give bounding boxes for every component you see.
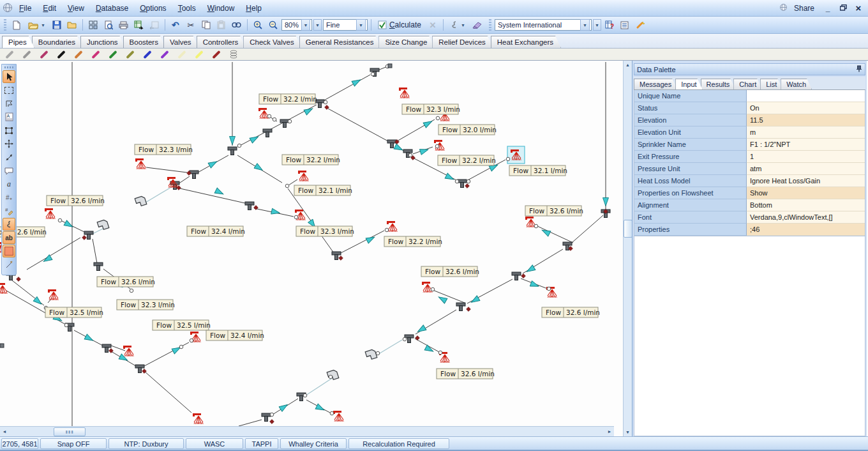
flow-label[interactable]: Flow32.2 l/min bbox=[259, 94, 317, 104]
script-overlay-tool-button[interactable] bbox=[3, 218, 15, 231]
close-folder-button[interactable] bbox=[65, 18, 79, 32]
pen-color-swatch[interactable] bbox=[177, 50, 186, 59]
print-button[interactable] bbox=[117, 18, 131, 32]
zoom-level-combo[interactable]: 80%▼ bbox=[281, 19, 312, 31]
anchor-tool-button[interactable]: #● bbox=[3, 191, 15, 204]
elbow-junction-icon[interactable] bbox=[135, 195, 147, 207]
node-icon[interactable] bbox=[506, 157, 510, 161]
sprinkler-icon[interactable] bbox=[298, 171, 308, 181]
menu-view[interactable]: View bbox=[63, 2, 89, 15]
quality-combo[interactable]: Fine▼ bbox=[323, 19, 368, 31]
menu-file[interactable]: File bbox=[14, 2, 36, 15]
find-button[interactable] bbox=[230, 18, 244, 32]
elbow-junction-icon[interactable] bbox=[365, 349, 377, 360]
flow-label[interactable]: Flow32.2 l/min bbox=[384, 236, 442, 247]
whalley-criteria-status[interactable]: Whalley Criteria bbox=[280, 438, 347, 449]
toolstrip-grip[interactable] bbox=[4, 66, 13, 68]
minimize-button[interactable]: _ bbox=[821, 4, 835, 13]
move-tool-button[interactable] bbox=[3, 137, 15, 150]
node-icon[interactable] bbox=[270, 413, 274, 417]
sprinkler-icon[interactable] bbox=[123, 346, 133, 356]
vertical-scrollbar[interactable]: ▲ ▼ bbox=[623, 61, 632, 436]
toolbar-grip[interactable] bbox=[4, 19, 6, 31]
workspace-layout-button[interactable] bbox=[86, 18, 100, 32]
pipe-segment[interactable] bbox=[323, 75, 370, 101]
pipe-segment-light[interactable] bbox=[377, 340, 402, 355]
vertical-scroll-thumb[interactable] bbox=[624, 220, 632, 238]
zoom-fit-dropdown[interactable]: ▼ bbox=[313, 19, 322, 31]
select-tool-button[interactable] bbox=[3, 70, 15, 83]
export-button[interactable] bbox=[132, 18, 146, 32]
pen-color-swatch[interactable] bbox=[57, 50, 66, 59]
pipe-segment[interactable] bbox=[178, 176, 190, 184]
scroll-left-icon[interactable]: ◄ bbox=[0, 427, 9, 436]
tappi-status[interactable]: TAPPI bbox=[245, 438, 278, 449]
menu-database[interactable]: Database bbox=[91, 2, 133, 15]
node-icon[interactable] bbox=[237, 144, 241, 148]
tab-input[interactable]: Input bbox=[675, 79, 702, 89]
tee-junction-icon[interactable] bbox=[512, 272, 521, 280]
pipe-segment-light[interactable] bbox=[146, 187, 172, 203]
tee-junction-icon[interactable] bbox=[263, 129, 272, 137]
zoom-in-button[interactable] bbox=[251, 18, 265, 32]
node-icon[interactable] bbox=[294, 215, 298, 219]
chevron-down-icon[interactable]: ▼ bbox=[356, 19, 366, 31]
pen-color-swatch[interactable] bbox=[212, 50, 221, 59]
pen-color-swatch[interactable] bbox=[40, 50, 49, 59]
pipe-segment[interactable] bbox=[433, 290, 465, 303]
flow-label[interactable]: Flow32.5 l/min bbox=[153, 320, 211, 330]
chevron-down-icon[interactable]: ▼ bbox=[301, 19, 310, 31]
frame-tool-button[interactable] bbox=[3, 124, 15, 137]
tee-junction-icon[interactable] bbox=[262, 413, 271, 422]
data-palette-header[interactable]: Data Palette bbox=[634, 63, 865, 75]
coil-icon[interactable] bbox=[229, 49, 238, 59]
node-icon[interactable] bbox=[303, 394, 307, 397]
pen-color-swatch[interactable] bbox=[160, 50, 169, 59]
unit-help-button[interactable]: ? bbox=[602, 18, 617, 32]
tab-junctions[interactable]: Junctions bbox=[80, 36, 126, 48]
flow-label[interactable]: Flow32.6 l/min bbox=[421, 266, 479, 277]
tab-messages[interactable]: Messages bbox=[634, 79, 677, 89]
calculate-button[interactable]: Calculate bbox=[375, 18, 424, 32]
node-icon[interactable] bbox=[179, 345, 183, 349]
wand-button[interactable] bbox=[633, 18, 647, 32]
node-icon[interactable] bbox=[455, 180, 459, 183]
flow-label[interactable]: Flow32.5 l/min bbox=[45, 307, 103, 317]
flow-label[interactable]: Flow32.3 l/min bbox=[135, 144, 193, 155]
pipe-segment[interactable] bbox=[180, 188, 245, 203]
sprinkler-icon[interactable] bbox=[258, 108, 269, 119]
sprinkler-icon[interactable] bbox=[0, 283, 7, 294]
node-icon[interactable] bbox=[330, 411, 334, 415]
sprinkler-icon[interactable] bbox=[193, 413, 203, 424]
sprinkler-icon[interactable] bbox=[422, 282, 432, 293]
tee-junction-icon[interactable] bbox=[228, 147, 237, 155]
node-icon[interactable] bbox=[547, 287, 551, 291]
pen-color-swatch[interactable] bbox=[74, 50, 83, 59]
tee-junction-icon[interactable] bbox=[245, 202, 254, 210]
pipe-segment[interactable] bbox=[111, 346, 125, 351]
chevron-down-icon[interactable]: ▼ bbox=[580, 19, 590, 31]
text-tool-button[interactable]: a bbox=[3, 178, 15, 190]
pipe-segment[interactable] bbox=[93, 239, 97, 263]
pipe-segment[interactable] bbox=[239, 420, 262, 426]
tab-list[interactable]: List bbox=[760, 79, 782, 89]
node-icon[interactable] bbox=[431, 287, 435, 291]
menu-help[interactable]: Help bbox=[241, 2, 267, 15]
label-pen-tool-button[interactable]: # bbox=[3, 204, 15, 217]
horizontal-scrollbar[interactable]: ◄ ▮▮▮ ► bbox=[0, 426, 614, 436]
save-button[interactable] bbox=[50, 18, 64, 32]
tab-pipes[interactable]: Pipes bbox=[2, 36, 34, 48]
node-icon[interactable] bbox=[58, 218, 62, 222]
pipe-segment-light[interactable] bbox=[306, 376, 335, 395]
tab-check-valves[interactable]: Check Valves bbox=[243, 36, 301, 48]
pipe-segment[interactable] bbox=[572, 215, 603, 242]
pen-color-swatch[interactable] bbox=[22, 50, 31, 59]
lasso-tool-button[interactable] bbox=[3, 97, 15, 110]
node-icon[interactable] bbox=[436, 116, 440, 120]
node-icon[interactable] bbox=[376, 351, 380, 355]
tab-relief-devices[interactable]: Relief Devices bbox=[432, 36, 493, 48]
comment-tool-button[interactable] bbox=[3, 164, 15, 177]
annotation-tool-button[interactable]: A bbox=[3, 111, 15, 123]
open-file-button[interactable]: ▼ bbox=[25, 18, 49, 32]
flow-label[interactable]: Flow32.4 l/min bbox=[187, 226, 245, 236]
